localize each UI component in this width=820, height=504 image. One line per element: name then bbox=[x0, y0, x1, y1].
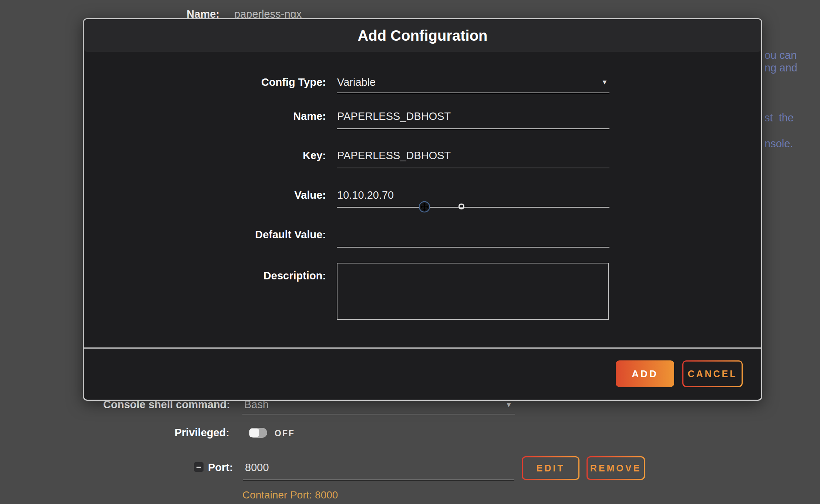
remove-button-label: REMOVE bbox=[588, 457, 644, 479]
cancel-button-label: CANCEL bbox=[683, 362, 742, 386]
description-textarea[interactable] bbox=[337, 263, 609, 320]
name-label: Name: bbox=[84, 110, 326, 122]
help-text-fragment: ou can bbox=[764, 49, 797, 61]
port-input[interactable]: 8000 bbox=[245, 461, 269, 474]
toggle-knob bbox=[249, 429, 259, 437]
port-input-underline bbox=[243, 480, 514, 480]
minus-icon bbox=[196, 467, 201, 468]
edit-button[interactable]: EDIT bbox=[522, 456, 579, 480]
collapse-section-icon[interactable] bbox=[194, 462, 204, 472]
config-type-label: Config Type: bbox=[84, 76, 326, 88]
dialog-header: Add Configuration bbox=[84, 19, 761, 52]
help-text-fragment: ng and bbox=[764, 61, 797, 74]
edit-button-label: EDIT bbox=[523, 457, 578, 479]
privileged-state-label: OFF bbox=[275, 429, 295, 439]
help-text-fragment: nsole. bbox=[764, 137, 793, 150]
remove-button[interactable]: REMOVE bbox=[587, 456, 645, 480]
key-label: Key: bbox=[84, 149, 326, 162]
value-input-underline bbox=[337, 207, 609, 208]
privileged-label: Privileged: bbox=[126, 426, 229, 439]
description-label: Description: bbox=[84, 269, 326, 282]
key-input-underline bbox=[337, 168, 609, 168]
config-type-underline bbox=[337, 93, 609, 93]
chevron-down-icon: ▼ bbox=[601, 76, 608, 88]
add-button[interactable]: ADD bbox=[616, 360, 674, 387]
dialog-title: Add Configuration bbox=[84, 19, 761, 52]
help-text-fragment: st the bbox=[764, 111, 794, 124]
default-value-input-underline bbox=[337, 247, 609, 248]
name-input[interactable]: PAPERLESS_DBHOST bbox=[337, 110, 609, 122]
port-label: Port: bbox=[208, 461, 233, 474]
privileged-toggle[interactable] bbox=[249, 428, 267, 438]
config-type-select[interactable]: Variable bbox=[337, 76, 609, 88]
default-value-label: Default Value: bbox=[84, 228, 326, 241]
value-label: Value: bbox=[84, 189, 326, 201]
name-input-underline bbox=[337, 128, 609, 129]
move-cursor-icon bbox=[419, 201, 430, 213]
click-indicator-icon bbox=[458, 204, 464, 209]
console-shell-command-underline bbox=[242, 414, 515, 414]
value-input[interactable]: 10.10.20.70 bbox=[337, 189, 609, 201]
dialog-footer-divider bbox=[83, 347, 762, 349]
cancel-button[interactable]: CANCEL bbox=[682, 360, 743, 387]
container-port-note: Container Port: 8000 bbox=[242, 489, 338, 501]
key-input[interactable]: PAPERLESS_DBHOST bbox=[337, 149, 609, 162]
